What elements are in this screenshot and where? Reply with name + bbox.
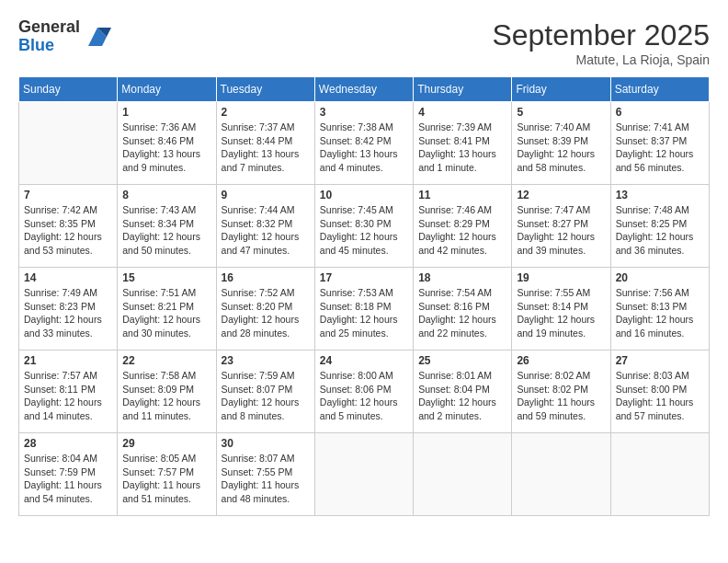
calendar-cell: 15Sunrise: 7:51 AMSunset: 8:21 PMDayligh… (118, 268, 216, 350)
calendar-cell: 1Sunrise: 7:36 AMSunset: 8:46 PMDaylight… (118, 102, 216, 185)
day-header-friday: Friday (512, 77, 610, 102)
day-number: 29 (122, 437, 210, 450)
day-number: 16 (222, 271, 310, 284)
week-row-4: 21Sunrise: 7:57 AMSunset: 8:11 PMDayligh… (19, 350, 710, 433)
calendar-cell: 8Sunrise: 7:43 AMSunset: 8:34 PMDaylight… (118, 185, 216, 268)
day-info: Sunrise: 8:02 AMSunset: 8:02 PMDaylight:… (517, 369, 605, 423)
day-header-tuesday: Tuesday (216, 77, 314, 102)
day-info: Sunrise: 7:48 AMSunset: 8:25 PMDaylight:… (616, 203, 704, 258)
day-number: 9 (222, 189, 310, 201)
calendar-cell: 25Sunrise: 8:01 AMSunset: 8:04 PMDayligh… (414, 350, 512, 433)
calendar-cell: 12Sunrise: 7:47 AMSunset: 8:27 PMDayligh… (512, 185, 610, 268)
day-number: 27 (616, 354, 704, 367)
day-info: Sunrise: 7:43 AMSunset: 8:34 PMDaylight:… (122, 203, 210, 258)
day-number: 2 (222, 106, 310, 119)
logo-icon (84, 23, 111, 51)
calendar-cell (19, 102, 118, 185)
calendar-cell: 7Sunrise: 7:42 AMSunset: 8:35 PMDaylight… (19, 185, 118, 268)
day-info: Sunrise: 7:40 AMSunset: 8:39 PMDaylight:… (517, 121, 605, 175)
day-info: Sunrise: 7:53 AMSunset: 8:18 PMDaylight:… (320, 286, 408, 340)
day-number: 18 (418, 271, 506, 284)
calendar-cell (512, 433, 610, 516)
day-number: 25 (418, 354, 506, 367)
logo-blue-text: Blue (18, 37, 80, 55)
day-number: 26 (517, 354, 605, 367)
calendar-cell: 27Sunrise: 8:03 AMSunset: 8:00 PMDayligh… (610, 350, 709, 433)
calendar-cell: 11Sunrise: 7:46 AMSunset: 8:29 PMDayligh… (414, 185, 512, 268)
calendar-cell: 17Sunrise: 7:53 AMSunset: 8:18 PMDayligh… (314, 268, 413, 350)
day-number: 19 (517, 271, 605, 284)
title-block: September 2025 Matute, La Rioja, Spain (492, 18, 710, 67)
calendar-cell: 21Sunrise: 7:57 AMSunset: 8:11 PMDayligh… (19, 350, 118, 433)
day-number: 6 (616, 106, 704, 119)
day-number: 5 (517, 106, 605, 119)
day-info: Sunrise: 7:42 AMSunset: 8:35 PMDaylight:… (24, 203, 112, 258)
calendar-cell: 22Sunrise: 7:58 AMSunset: 8:09 PMDayligh… (118, 350, 216, 433)
day-info: Sunrise: 8:00 AMSunset: 8:06 PMDaylight:… (320, 369, 408, 423)
day-header-saturday: Saturday (610, 77, 709, 102)
calendar-cell: 3Sunrise: 7:38 AMSunset: 8:42 PMDaylight… (314, 102, 413, 185)
logo-general-text: General (18, 18, 80, 37)
day-info: Sunrise: 8:03 AMSunset: 8:00 PMDaylight:… (616, 369, 704, 423)
day-header-thursday: Thursday (414, 77, 512, 102)
day-number: 3 (320, 106, 408, 119)
calendar-cell: 19Sunrise: 7:55 AMSunset: 8:14 PMDayligh… (512, 268, 610, 350)
day-number: 7 (24, 189, 112, 201)
day-number: 17 (320, 271, 408, 284)
day-info: Sunrise: 7:55 AMSunset: 8:14 PMDaylight:… (517, 286, 605, 340)
day-info: Sunrise: 7:38 AMSunset: 8:42 PMDaylight:… (320, 121, 408, 175)
calendar-cell (314, 433, 413, 516)
logo: General Blue (18, 18, 111, 55)
day-info: Sunrise: 7:57 AMSunset: 8:11 PMDaylight:… (24, 369, 112, 423)
day-info: Sunrise: 7:58 AMSunset: 8:09 PMDaylight:… (122, 369, 210, 423)
day-info: Sunrise: 7:56 AMSunset: 8:13 PMDaylight:… (616, 286, 704, 340)
day-info: Sunrise: 7:37 AMSunset: 8:44 PMDaylight:… (222, 121, 310, 175)
calendar-cell: 9Sunrise: 7:44 AMSunset: 8:32 PMDaylight… (216, 185, 314, 268)
calendar-cell: 6Sunrise: 7:41 AMSunset: 8:37 PMDaylight… (610, 102, 709, 185)
calendar-cell: 28Sunrise: 8:04 AMSunset: 7:59 PMDayligh… (19, 433, 118, 516)
calendar-cell: 18Sunrise: 7:54 AMSunset: 8:16 PMDayligh… (414, 268, 512, 350)
calendar-cell: 4Sunrise: 7:39 AMSunset: 8:41 PMDaylight… (414, 102, 512, 185)
day-info: Sunrise: 7:47 AMSunset: 8:27 PMDaylight:… (517, 203, 605, 258)
calendar-cell: 23Sunrise: 7:59 AMSunset: 8:07 PMDayligh… (216, 350, 314, 433)
calendar-cell: 13Sunrise: 7:48 AMSunset: 8:25 PMDayligh… (610, 185, 709, 268)
calendar-cell: 20Sunrise: 7:56 AMSunset: 8:13 PMDayligh… (610, 268, 709, 350)
calendar-cell: 14Sunrise: 7:49 AMSunset: 8:23 PMDayligh… (19, 268, 118, 350)
day-number: 24 (320, 354, 408, 367)
day-number: 15 (122, 271, 210, 284)
day-number: 30 (222, 437, 310, 450)
day-info: Sunrise: 7:49 AMSunset: 8:23 PMDaylight:… (24, 286, 112, 340)
day-info: Sunrise: 7:41 AMSunset: 8:37 PMDaylight:… (616, 121, 704, 175)
day-info: Sunrise: 7:51 AMSunset: 8:21 PMDaylight:… (122, 286, 210, 340)
calendar-cell: 2Sunrise: 7:37 AMSunset: 8:44 PMDaylight… (216, 102, 314, 185)
calendar-header-row: SundayMondayTuesdayWednesdayThursdayFrid… (19, 77, 710, 102)
week-row-1: 1Sunrise: 7:36 AMSunset: 8:46 PMDaylight… (19, 102, 710, 185)
day-info: Sunrise: 7:59 AMSunset: 8:07 PMDaylight:… (222, 369, 310, 423)
day-number: 22 (122, 354, 210, 367)
day-number: 23 (222, 354, 310, 367)
calendar-cell: 5Sunrise: 7:40 AMSunset: 8:39 PMDaylight… (512, 102, 610, 185)
calendar-cell (414, 433, 512, 516)
day-number: 4 (418, 106, 506, 119)
day-info: Sunrise: 8:05 AMSunset: 7:57 PMDaylight:… (122, 452, 210, 506)
day-info: Sunrise: 7:54 AMSunset: 8:16 PMDaylight:… (418, 286, 506, 340)
day-header-monday: Monday (118, 77, 216, 102)
day-number: 13 (616, 189, 704, 201)
week-row-5: 28Sunrise: 8:04 AMSunset: 7:59 PMDayligh… (19, 433, 710, 516)
day-number: 1 (122, 106, 210, 119)
day-number: 20 (616, 271, 704, 284)
week-row-3: 14Sunrise: 7:49 AMSunset: 8:23 PMDayligh… (19, 268, 710, 350)
calendar-cell: 24Sunrise: 8:00 AMSunset: 8:06 PMDayligh… (314, 350, 413, 433)
calendar-table: SundayMondayTuesdayWednesdayThursdayFrid… (18, 76, 710, 516)
day-info: Sunrise: 8:04 AMSunset: 7:59 PMDaylight:… (24, 452, 112, 506)
day-number: 14 (24, 271, 112, 284)
calendar-cell: 29Sunrise: 8:05 AMSunset: 7:57 PMDayligh… (118, 433, 216, 516)
calendar-cell (610, 433, 709, 516)
day-number: 21 (24, 354, 112, 367)
month-title: September 2025 (492, 18, 710, 52)
day-number: 28 (24, 437, 112, 450)
calendar-cell: 26Sunrise: 8:02 AMSunset: 8:02 PMDayligh… (512, 350, 610, 433)
day-number: 10 (320, 189, 408, 201)
day-info: Sunrise: 8:07 AMSunset: 7:55 PMDaylight:… (222, 452, 310, 506)
calendar-cell: 30Sunrise: 8:07 AMSunset: 7:55 PMDayligh… (216, 433, 314, 516)
